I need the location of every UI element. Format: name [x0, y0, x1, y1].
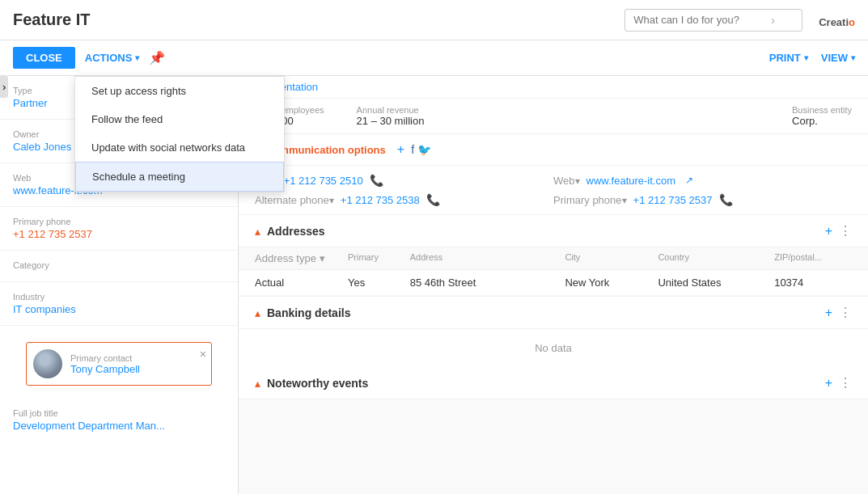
contact-avatar-image	[33, 349, 62, 378]
alt-phone-value[interactable]: +1 212 735 2538	[341, 194, 420, 206]
addresses-table-header: Address type ▾ Primary Address City Coun…	[239, 247, 868, 270]
business-stat: Business entity Corp.	[792, 105, 852, 127]
logo-text-o: o	[849, 16, 855, 28]
addresses-more-icon[interactable]: ⋮	[839, 223, 852, 239]
phone-value: +1 212 735 2537	[13, 228, 225, 240]
revenue-label: Annual revenue	[357, 105, 425, 115]
sidebar-category-section: Category	[0, 251, 238, 282]
web-link-row: Web▾ www.feature-it.com ↗	[553, 171, 852, 190]
creatio-logo: Creatio	[819, 10, 855, 31]
addr-primary-cell: Yes	[348, 277, 410, 289]
sidebar-phone-section: Primary phone +1 212 735 2537	[0, 207, 238, 251]
primary-contact-section: Primary contact Tony Campbell ×	[0, 326, 238, 402]
primary-contact-label: Primary contact	[70, 353, 205, 363]
stats-row: No. of employees 201-500 Annual revenue …	[239, 99, 868, 134]
right-content: segmentation No. of employees 201-500 An…	[239, 76, 868, 494]
business-value: Corp.	[792, 115, 852, 127]
external-link-icon[interactable]: ↗	[685, 175, 693, 186]
actions-button[interactable]: ACTIONS ▾	[85, 52, 140, 64]
comm-header: ▴ Communication options + f 🐦	[239, 134, 868, 166]
contact-info: Primary contact Tony Campbell	[70, 353, 205, 375]
fax-value[interactable]: +1 212 735 2510	[284, 175, 363, 187]
search-box[interactable]: ›	[625, 9, 802, 32]
alt-phone-call-icon[interactable]: 📞	[426, 193, 440, 206]
pin-icon[interactable]: 📌	[149, 50, 165, 65]
noteworthy-more-icon[interactable]: ⋮	[839, 375, 852, 391]
view-button[interactable]: VIEW ▾	[821, 52, 855, 64]
revenue-value: 21 – 30 million	[357, 115, 425, 127]
web-link-value[interactable]: www.feature-it.com	[586, 175, 676, 187]
banking-more-icon[interactable]: ⋮	[839, 305, 852, 320]
industry-label: Industry	[13, 292, 225, 302]
noteworthy-title: Noteworthy events	[267, 377, 819, 390]
addr-country-cell: United States	[658, 277, 774, 289]
segment-section: segmentation	[239, 76, 868, 99]
addr-city-cell: New York	[565, 277, 658, 289]
addresses-table: Address type ▾ Primary Address City Coun…	[239, 247, 868, 297]
dropdown-item-setup-access[interactable]: Set up access rights	[75, 77, 284, 105]
contact-avatar	[33, 349, 62, 378]
noteworthy-add-icon[interactable]: +	[825, 376, 832, 391]
addresses-add-icon[interactable]: +	[825, 224, 832, 239]
banking-toggle-icon[interactable]: ▴	[255, 306, 260, 319]
primary-contact-name[interactable]: Tony Campbell	[70, 363, 205, 375]
col-primary: Primary	[348, 252, 410, 264]
banking-title: Banking details	[267, 306, 819, 319]
addresses-toggle-icon[interactable]: ▴	[255, 225, 260, 238]
addr-zip-cell: 10374	[774, 277, 852, 289]
print-button[interactable]: PRINT ▾	[769, 52, 808, 64]
twitter-icon[interactable]: 🐦	[417, 143, 431, 156]
phone-label: Primary phone	[13, 217, 225, 226]
actions-chevron-icon: ▾	[135, 53, 139, 62]
action-bar: CLOSE ACTIONS ▾ 📌 PRINT ▾ VIEW ▾ Set up …	[0, 40, 868, 76]
primary-phone-call-icon[interactable]: 📞	[719, 193, 733, 206]
full-job-section: Full job title Development Department Ma…	[0, 402, 238, 441]
web-link-label[interactable]: Web▾	[553, 175, 580, 187]
contact-card: Primary contact Tony Campbell ×	[26, 342, 212, 386]
addr-type-cell: Actual	[255, 277, 348, 289]
dropdown-item-follow-feed[interactable]: Follow the feed	[75, 105, 284, 133]
close-button[interactable]: CLOSE	[13, 47, 75, 69]
banking-add-icon[interactable]: +	[825, 306, 832, 320]
dropdown-item-social-update[interactable]: Update with social networks data	[75, 133, 284, 162]
fax-row: Fax▾ +1 212 735 2510 📞	[255, 171, 553, 190]
print-label: PRINT	[769, 52, 801, 64]
noteworthy-header: ▴ Noteworthy events + ⋮	[239, 367, 868, 399]
col-sort-icon: ▾	[320, 252, 325, 264]
alt-phone-row: Alternate phone▾ +1 212 735 2538 📞	[255, 190, 553, 209]
logo-text-cr: Creati	[819, 16, 849, 28]
address-row: Actual Yes 85 46th Street New York Unite…	[239, 270, 868, 296]
comm-add-icon[interactable]: +	[397, 142, 404, 157]
primary-phone-label[interactable]: Primary phone▾	[553, 194, 627, 206]
col-city: City	[565, 252, 658, 264]
job-value: Development Department Man...	[13, 420, 225, 432]
contact-close-icon[interactable]: ×	[200, 348, 206, 361]
primary-phone-value[interactable]: +1 212 735 2537	[633, 194, 713, 206]
search-arrow-icon: ›	[771, 14, 775, 27]
category-label: Category	[13, 260, 225, 270]
comm-grid: Fax▾ +1 212 735 2510 📞 Web▾ www.feature-…	[239, 166, 868, 215]
primary-phone-row: Primary phone▾ +1 212 735 2537 📞	[553, 190, 852, 209]
noteworthy-toggle-icon[interactable]: ▴	[255, 377, 260, 390]
view-label: VIEW	[821, 52, 848, 64]
dropdown-item-schedule-meeting[interactable]: Schedule a meeting	[75, 162, 284, 192]
banking-no-data: No data	[239, 329, 868, 367]
banking-header: ▴ Banking details + ⋮	[239, 297, 868, 329]
addresses-title: Addresses	[267, 225, 819, 238]
col-address-type: Address type ▾	[255, 252, 348, 264]
actions-dropdown: Set up access rights Follow the feed Upd…	[74, 76, 285, 192]
addr-address-cell: 85 46th Street	[410, 277, 565, 289]
addresses-header: ▴ Addresses + ⋮	[239, 215, 868, 247]
job-label: Full job title	[13, 408, 225, 418]
search-input[interactable]	[633, 14, 771, 26]
app-title: Feature IT	[13, 11, 625, 29]
sidebar-collapse-btn[interactable]: ›	[0, 76, 8, 98]
business-label: Business entity	[792, 105, 852, 115]
fax-call-icon[interactable]: 📞	[370, 174, 383, 187]
col-zip: ZIP/postal...	[774, 252, 852, 264]
alt-phone-label[interactable]: Alternate phone▾	[255, 194, 334, 206]
view-chevron-icon: ▾	[851, 53, 855, 62]
top-bar: Feature IT › Creatio	[0, 0, 868, 40]
facebook-icon[interactable]: f	[411, 143, 414, 156]
industry-value[interactable]: IT companies	[13, 303, 225, 315]
